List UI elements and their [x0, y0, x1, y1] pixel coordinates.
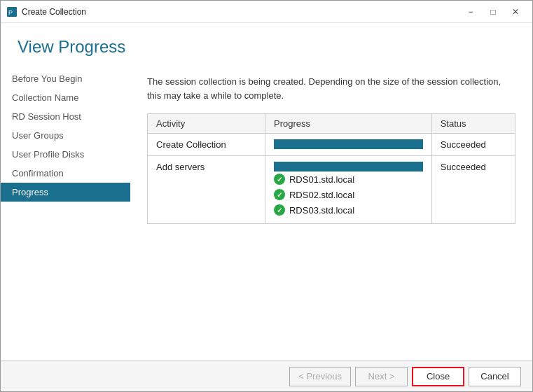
sub-item: RDS02.std.local [274, 187, 423, 202]
progress-cell [265, 134, 431, 156]
title-bar: P Create Collection − □ ✕ [1, 1, 532, 23]
sub-item-label: RDS03.std.local [289, 205, 354, 216]
table-row: Create CollectionSucceeded [148, 134, 515, 156]
sub-item: RDS03.std.local [274, 202, 423, 218]
page-title: View Progress [1, 23, 532, 64]
window-body: View Progress Before You Begin Collectio… [1, 23, 532, 360]
progress-bar [274, 139, 423, 149]
footer: < Previous Next > Close Cancel [1, 360, 532, 391]
main-content: Before You Begin Collection Name RD Sess… [1, 64, 532, 360]
sidebar: Before You Begin Collection Name RD Sess… [1, 64, 130, 360]
sidebar-item-rd-session-host: RD Session Host [1, 107, 130, 126]
close-button[interactable]: Close [412, 367, 464, 386]
description-text: The session collection is being created.… [147, 75, 511, 102]
progress-cell: RDS01.std.localRDS02.std.localRDS03.std.… [265, 156, 431, 224]
check-icon [274, 174, 285, 185]
table-row: Add serversRDS01.std.localRDS02.std.loca… [148, 156, 515, 224]
svg-text:P: P [8, 9, 13, 16]
window-close-button[interactable]: ✕ [504, 2, 527, 22]
sidebar-item-progress: Progress [1, 183, 130, 202]
col-header-progress: Progress [265, 114, 431, 134]
next-button[interactable]: Next > [355, 367, 408, 386]
sidebar-item-collection-name: Collection Name [1, 88, 130, 107]
window: P Create Collection − □ ✕ View Progress … [0, 0, 533, 392]
minimize-button[interactable]: − [459, 2, 482, 22]
sidebar-item-confirmation: Confirmation [1, 164, 130, 183]
progress-table: Activity Progress Status Create Collecti… [147, 113, 515, 224]
maximize-button[interactable]: □ [482, 2, 504, 22]
col-header-activity: Activity [148, 114, 265, 134]
activity-cell: Add servers [148, 156, 265, 224]
previous-button[interactable]: < Previous [289, 367, 351, 386]
sidebar-item-user-groups: User Groups [1, 126, 130, 145]
sidebar-item-user-profile-disks: User Profile Disks [1, 145, 130, 164]
sidebar-item-before-you-begin: Before You Begin [1, 69, 130, 88]
col-header-status: Status [431, 114, 515, 134]
sub-item-label: RDS01.std.local [289, 174, 354, 185]
content-area: The session collection is being created.… [130, 64, 532, 360]
title-bar-text: Create Collection [22, 7, 459, 17]
status-cell: Succeeded [431, 156, 515, 224]
check-icon [274, 189, 285, 200]
cancel-button[interactable]: Cancel [469, 367, 521, 386]
sub-item-label: RDS02.std.local [289, 190, 354, 200]
check-icon [274, 204, 285, 216]
progress-bar [274, 162, 423, 172]
window-icon: P [6, 6, 18, 18]
activity-cell: Create Collection [148, 134, 265, 156]
status-cell: Succeeded [431, 134, 515, 156]
sub-item: RDS01.std.local [274, 172, 423, 187]
title-bar-controls: − □ ✕ [459, 2, 527, 22]
